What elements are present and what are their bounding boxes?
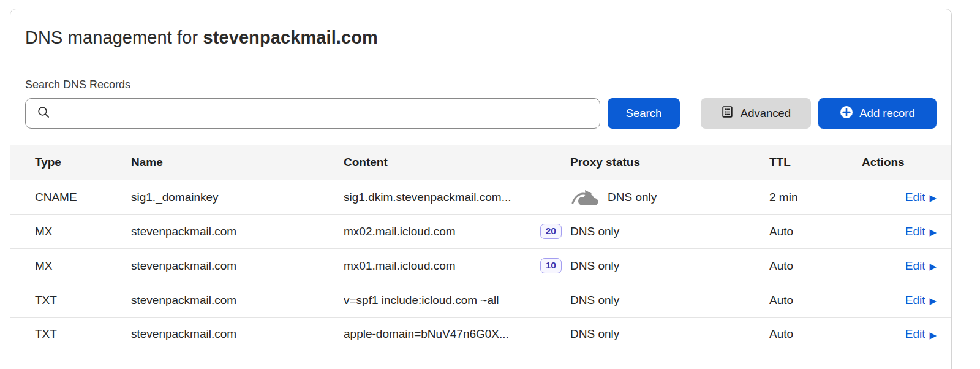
advanced-list-icon xyxy=(721,105,734,121)
edit-record-link[interactable]: Edit ▶ xyxy=(905,259,937,273)
column-header-actions: Actions xyxy=(852,156,951,169)
edit-link-label: Edit xyxy=(905,294,925,307)
record-content-text: mx01.mail.icloud.com xyxy=(344,259,456,273)
record-proxy-status: DNS only xyxy=(570,188,763,207)
record-ttl: Auto xyxy=(763,327,852,341)
page-title: DNS management for stevenpackmail.com xyxy=(25,28,937,48)
record-name: stevenpackmail.com xyxy=(131,327,344,341)
record-type: MX xyxy=(10,225,131,238)
dns-only-cloud-icon xyxy=(570,188,600,207)
edit-record-link[interactable]: Edit ▶ xyxy=(905,225,937,238)
dns-controls-row: Search Advanced xyxy=(25,98,937,129)
record-proxy-status: DNS only xyxy=(570,225,763,238)
record-type: CNAME xyxy=(10,191,131,204)
record-content: mx02.mail.icloud.com 20 xyxy=(344,224,570,239)
table-row: TXT stevenpackmail.com apple-domain=bNuV… xyxy=(10,317,951,351)
record-type: TXT xyxy=(10,294,131,307)
record-name: stevenpackmail.com xyxy=(131,294,344,307)
page-title-prefix: DNS management for xyxy=(25,28,198,47)
advanced-button[interactable]: Advanced xyxy=(701,98,811,129)
record-type: TXT xyxy=(10,327,131,341)
record-content-text: v=spf1 include:icloud.com ~all xyxy=(344,294,499,307)
record-ttl: Auto xyxy=(763,225,852,238)
table-body: CNAME sig1._domainkey sig1.dkim.stevenpa… xyxy=(10,180,951,351)
record-content: apple-domain=bNuV47n6G0X... xyxy=(344,327,570,341)
record-content-text: apple-domain=bNuV47n6G0X... xyxy=(344,327,509,341)
record-proxy-status: DNS only xyxy=(570,259,763,273)
record-content: v=spf1 include:icloud.com ~all xyxy=(344,294,570,307)
record-name: stevenpackmail.com xyxy=(131,259,344,273)
advanced-button-label: Advanced xyxy=(741,107,791,120)
table-row: TXT stevenpackmail.com v=spf1 include:ic… xyxy=(10,283,951,317)
column-header-ttl: TTL xyxy=(763,156,852,169)
edit-record-link[interactable]: Edit ▶ xyxy=(905,191,937,204)
edit-record-link[interactable]: Edit ▶ xyxy=(905,294,937,307)
proxy-status-text: DNS only xyxy=(570,225,619,238)
column-header-proxy-status: Proxy status xyxy=(570,156,763,169)
add-record-button[interactable]: Add record xyxy=(818,98,937,129)
table-row: CNAME sig1._domainkey sig1.dkim.stevenpa… xyxy=(10,180,951,214)
record-proxy-status: DNS only xyxy=(570,327,763,341)
proxy-status-text: DNS only xyxy=(570,327,619,341)
column-header-type: Type xyxy=(10,156,131,169)
mx-priority-badge: 20 xyxy=(540,224,562,239)
record-type: MX xyxy=(10,259,131,273)
edit-record-link[interactable]: Edit ▶ xyxy=(905,327,937,341)
proxy-status-text: DNS only xyxy=(570,294,619,307)
edit-link-label: Edit xyxy=(905,327,925,341)
search-input-wrapper[interactable] xyxy=(25,98,600,129)
proxy-status-text: DNS only xyxy=(570,259,619,273)
search-dns-records-label: Search DNS Records xyxy=(25,78,937,91)
column-header-content: Content xyxy=(344,156,570,169)
mx-priority-badge: 10 xyxy=(540,258,562,273)
table-header-row: Type Name Content Proxy status TTL Actio… xyxy=(10,145,951,180)
dns-management-card: DNS management for stevenpackmail.com Se… xyxy=(10,9,952,369)
edit-link-label: Edit xyxy=(905,259,925,273)
edit-link-label: Edit xyxy=(905,191,925,204)
search-button[interactable]: Search xyxy=(608,98,680,129)
edit-arrow-icon: ▶ xyxy=(929,227,937,237)
search-icon xyxy=(36,105,51,122)
edit-link-label: Edit xyxy=(905,225,925,238)
record-name: sig1._domainkey xyxy=(131,191,344,204)
record-content: mx01.mail.icloud.com 10 xyxy=(344,258,570,273)
plus-circle-icon xyxy=(840,105,853,122)
search-button-label: Search xyxy=(626,107,662,120)
edit-arrow-icon: ▶ xyxy=(929,330,937,339)
record-proxy-status: DNS only xyxy=(570,294,763,307)
record-content-text: sig1.dkim.stevenpackmail.com... xyxy=(344,191,511,204)
search-input[interactable] xyxy=(57,107,591,120)
add-record-button-label: Add record xyxy=(859,107,915,120)
record-ttl: 2 min xyxy=(763,191,852,204)
proxy-status-text: DNS only xyxy=(608,191,657,204)
edit-arrow-icon: ▶ xyxy=(929,262,937,271)
record-content-text: mx02.mail.icloud.com xyxy=(344,225,456,238)
record-ttl: Auto xyxy=(763,259,852,273)
record-name: stevenpackmail.com xyxy=(131,225,344,238)
record-content: sig1.dkim.stevenpackmail.com... xyxy=(344,191,570,204)
edit-arrow-icon: ▶ xyxy=(929,193,937,202)
table-row: MX stevenpackmail.com mx02.mail.icloud.c… xyxy=(10,214,951,248)
table-row: MX stevenpackmail.com mx01.mail.icloud.c… xyxy=(10,248,951,283)
column-header-name: Name xyxy=(131,156,344,169)
zone-domain-name: stevenpackmail.com xyxy=(203,28,378,47)
record-ttl: Auto xyxy=(763,294,852,307)
dns-records-table: Type Name Content Proxy status TTL Actio… xyxy=(10,145,951,351)
edit-arrow-icon: ▶ xyxy=(929,296,937,305)
